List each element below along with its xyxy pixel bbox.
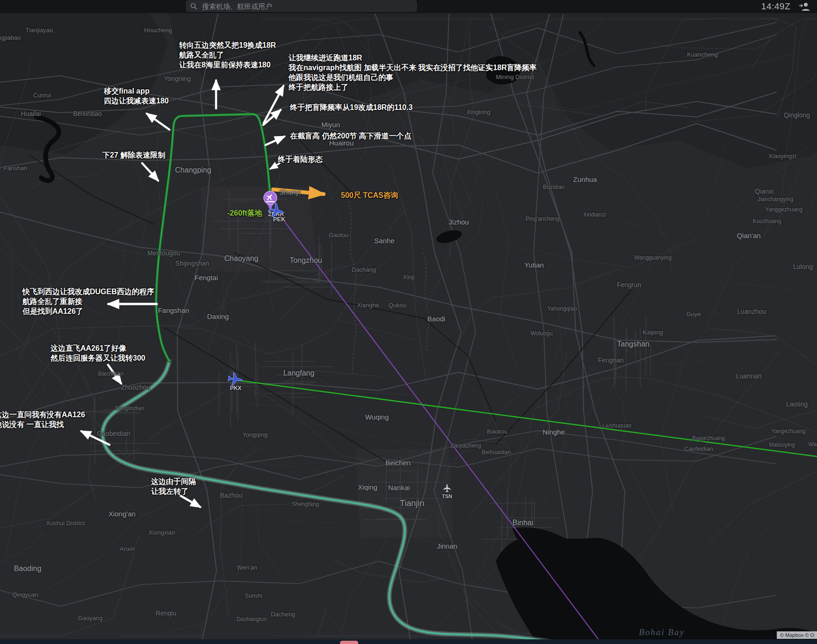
search-icon — [190, 3, 197, 10]
user-menu-button[interactable] — [798, 1, 810, 12]
top-bar: 14:49Z — [0, 0, 817, 13]
flight-tracker-app: { "topbar": { "search_placeholder": "搜索机… — [0, 0, 817, 644]
bottom-strip — [0, 639, 817, 644]
utc-clock: 14:49Z — [761, 1, 790, 12]
landing-pin[interactable] — [260, 189, 281, 212]
tsn-airport-icon[interactable] — [442, 483, 452, 492]
aircraft-pkx[interactable] — [227, 370, 245, 388]
bottom-popup-tab[interactable] — [340, 641, 358, 644]
map-attribution[interactable]: © Mapbox © O — [777, 631, 817, 639]
search-box[interactable] — [186, 0, 417, 12]
search-input[interactable] — [201, 2, 412, 11]
map-canvas[interactable] — [0, 0, 817, 644]
user-icon — [798, 1, 810, 12]
